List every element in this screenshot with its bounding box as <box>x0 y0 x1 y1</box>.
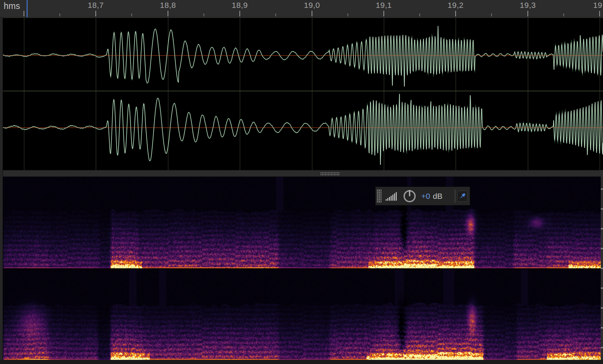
ruler-minor-tick <box>59 13 60 16</box>
frequency-ruler-edge <box>601 170 603 360</box>
ruler-time-label: 18,8 <box>160 1 176 10</box>
timeline-ruler[interactable]: hms 18,718,818,919,019,119,219,319 <box>0 0 603 18</box>
ruler-time-label: 19,1 <box>376 1 392 10</box>
ruler-minor-tick <box>275 13 276 16</box>
time-format-label: hms <box>4 1 20 11</box>
ruler-major-tick <box>599 11 600 16</box>
ruler-major-tick <box>527 11 528 16</box>
ruler-time-label: 19,3 <box>520 1 536 10</box>
gain-unit-label: dB <box>433 192 443 200</box>
gain-hud[interactable]: +0dB <box>375 186 470 206</box>
ruler-major-tick <box>239 11 240 16</box>
playhead-indicator[interactable] <box>27 0 28 17</box>
ruler-minor-tick <box>419 13 420 16</box>
waveform-canvas[interactable] <box>0 18 603 170</box>
ruler-minor-tick <box>203 13 204 16</box>
panel-split-handle[interactable] <box>0 170 603 177</box>
ruler-major-tick <box>95 11 96 16</box>
ruler-time-label: 18,7 <box>88 1 104 10</box>
audio-editor-view: hms 18,718,818,919,019,119,219,319 <box>0 0 603 364</box>
spectrogram-canvas[interactable] <box>0 177 603 360</box>
gain-value[interactable]: +0 <box>421 192 430 200</box>
meter-bars-icon <box>385 191 399 201</box>
ruler-major-tick <box>168 11 168 16</box>
ruler-major-tick <box>312 11 312 16</box>
hud-separator <box>455 189 455 203</box>
gain-readout[interactable]: +0dB <box>421 192 443 201</box>
ruler-minor-tick <box>348 13 348 16</box>
ruler-time-label: 19,2 <box>448 1 464 10</box>
ruler-major-tick <box>24 11 24 16</box>
ruler-major-tick <box>455 11 456 16</box>
ruler-time-label: 19 <box>593 1 602 10</box>
pin-button[interactable] <box>457 191 468 202</box>
gain-knob-icon[interactable] <box>402 189 417 203</box>
ruler-minor-tick <box>131 13 132 16</box>
ruler-major-tick <box>383 11 384 16</box>
ruler-time-label: 19,0 <box>304 1 320 10</box>
split-handle-grip-icon[interactable] <box>320 172 340 176</box>
pin-icon <box>459 192 466 200</box>
ruler-minor-tick <box>491 13 492 16</box>
grip-dots-icon[interactable] <box>376 187 383 205</box>
left-gutter <box>0 18 3 364</box>
ruler-time-label: 18,9 <box>232 1 248 10</box>
bottom-gutter <box>0 360 603 364</box>
ruler-minor-tick <box>563 13 564 16</box>
